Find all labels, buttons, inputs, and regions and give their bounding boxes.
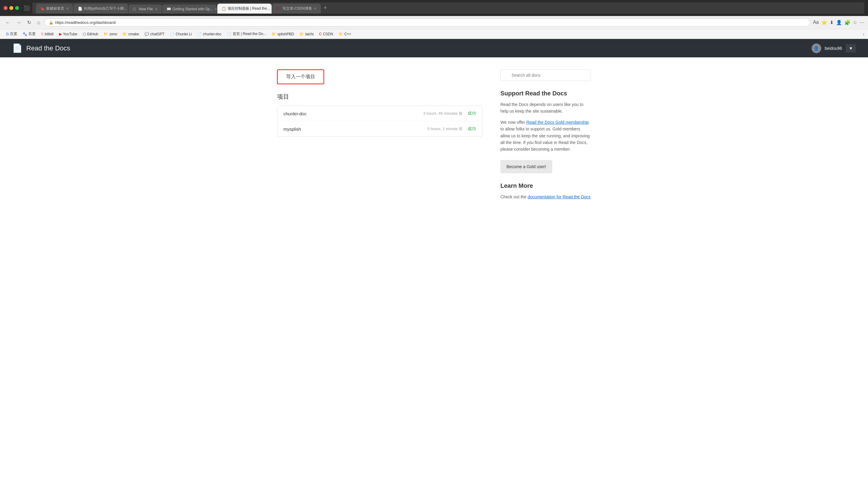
bookmark-taichi[interactable]: 📁 taichi <box>297 31 316 37</box>
search-input[interactable] <box>500 69 591 81</box>
bookmark-rtd[interactable]: 📄 首页 | Read the Do... <box>224 30 269 37</box>
bookmark-label: Chunlei Li <box>176 32 192 36</box>
bookmark-label: 百度 <box>10 31 17 36</box>
rtd-icon: 📄 <box>227 32 231 36</box>
download-icon[interactable]: ⬇ <box>830 20 834 25</box>
tab-rtd-dashboard[interactable]: 📋 项目控制面板 | Read the... ✕ <box>217 4 272 13</box>
star-icon[interactable]: ☆ <box>853 20 857 25</box>
tab-new[interactable]: 🔖 新建标签页 ✕ <box>36 4 73 13</box>
zeno-icon: 📁 <box>103 32 108 36</box>
docs-link[interactable]: documentation for Read the Docs <box>528 195 591 199</box>
github-icon: ⬡ <box>83 32 86 36</box>
address-bar[interactable]: 🔒 https://readthedocs.org/dashboard/ <box>44 19 811 27</box>
learn-more-prefix: Check out the <box>500 195 528 199</box>
bookmark-baidu[interactable]: 🐾 百度 <box>20 30 38 37</box>
reload-button[interactable]: ↻ <box>25 19 33 26</box>
chunleidoc-icon: 📄 <box>197 32 202 36</box>
bookmark-google[interactable]: G 百度 <box>4 30 20 37</box>
tab-newfile[interactable]: ⬡ New File ✕ <box>129 4 162 13</box>
project-status: 成功 <box>467 111 476 116</box>
rtd-logo-text: Read the Docs <box>26 44 70 52</box>
tab-favicon: ⬡ <box>133 7 137 11</box>
bookmark-label: YouTube <box>63 32 77 36</box>
tab-python[interactable]: 📄 利用python自己写个小脚... ✕ <box>74 4 128 13</box>
bookmark-label: CSDN <box>323 32 333 36</box>
bookmark-label: zeno <box>109 32 117 36</box>
account-icon[interactable]: 👤 <box>836 20 842 25</box>
youtube-icon: ▶ <box>59 32 62 36</box>
rtd-logo-icon: 📄 <box>12 43 23 53</box>
username-label: beidou96 <box>823 46 845 51</box>
bookmark-csdn[interactable]: C CSDN <box>317 31 336 37</box>
new-tab-button[interactable]: + <box>321 2 330 13</box>
chatgpt-icon: 💬 <box>145 32 149 36</box>
project-status: 成功 <box>467 126 476 131</box>
search-wrapper: 🔍 <box>500 69 591 81</box>
support-para2-suffix: to allow folks to support us. Gold membe… <box>500 126 590 152</box>
bookmark-bilibili[interactable]: B bilibili <box>39 31 56 37</box>
tab-favicon: 🔖 <box>40 7 44 11</box>
tab-csdn[interactable]: C 写文章-CSDN博客 ✕ <box>272 4 321 13</box>
learn-more-title: Learn More <box>500 182 591 189</box>
taichi-icon: 📁 <box>300 32 304 36</box>
tabs-bar: 🔖 新建标签页 ✕ 📄 利用python自己写个小脚... ✕ ⬡ New Fi… <box>32 2 864 13</box>
browser-chrome: ⬛ 🔖 新建标签页 ✕ 📄 利用python自己写个小脚... ✕ ⬡ New … <box>0 0 868 39</box>
project-time: 3 hours, 46 minutes 前 <box>423 111 463 116</box>
project-time: 5 hours, 1 minute 前 <box>427 126 463 131</box>
tab-label: Getting Started with Sp... <box>173 7 213 11</box>
bookmark-label: GitHub <box>87 32 98 36</box>
tab-close-icon[interactable]: ✕ <box>66 7 69 10</box>
support-title: Support Read the Docs <box>500 90 591 97</box>
bookmark-label: bilibili <box>45 32 54 36</box>
import-button-wrapper: 导入一个项目 <box>277 69 482 84</box>
bookmark-splishpbd[interactable]: 📁 splishPBD <box>269 31 297 37</box>
csdn-icon: C <box>319 32 322 36</box>
bookmarks-more-icon[interactable]: › <box>863 32 864 36</box>
import-project-button[interactable]: 导入一个项目 <box>277 69 324 84</box>
bookmark-label: C++ <box>344 32 351 36</box>
user-dropdown-button[interactable]: ▼ <box>846 44 856 53</box>
tab-favicon: 📄 <box>78 7 82 11</box>
project-name: chunlei-doc <box>283 111 423 116</box>
avatar-icon: 👤 <box>814 46 819 51</box>
home-button[interactable]: ⌂ <box>35 19 42 26</box>
bookmark-youtube[interactable]: ▶ YouTube <box>57 31 80 37</box>
sidebar-toggle-icon[interactable]: ⬛ <box>24 5 30 11</box>
lock-icon: 🔒 <box>49 21 54 25</box>
tab-sphinx[interactable]: 📖 Getting Started with Sp... ✕ <box>162 4 217 13</box>
splishpbd-icon: 📁 <box>272 32 276 36</box>
baidu-icon: 🐾 <box>23 32 27 36</box>
menu-icon[interactable]: ⋯ <box>860 20 864 25</box>
maximize-button[interactable] <box>15 6 19 10</box>
reader-mode-icon[interactable]: Aa <box>813 20 819 25</box>
bookmark-zeno[interactable]: 📁 zeno <box>101 31 120 37</box>
bookmark-cmake[interactable]: 📁 cmake <box>120 31 141 37</box>
url-text: https://readthedocs.org/dashboard/ <box>55 20 116 25</box>
project-row[interactable]: mysplish 5 hours, 1 minute 前 成功 <box>277 121 482 137</box>
back-button[interactable]: ← <box>4 19 12 26</box>
bookmark-label: chatGPT <box>150 32 164 36</box>
rtd-header: 📄 Read the Docs 👤 beidou96 ▼ <box>0 39 868 57</box>
tab-close-icon[interactable]: ✕ <box>155 7 158 11</box>
minimize-button[interactable] <box>9 6 13 10</box>
tab-favicon: 📋 <box>221 7 226 11</box>
bookmark-github[interactable]: ⬡ GitHub <box>80 31 100 37</box>
bookmark-icon[interactable]: ⭐ <box>821 20 827 25</box>
gold-membership-link[interactable]: Read the Docs Gold membership <box>526 120 589 125</box>
right-column: 🔍 Support Read the Docs Read the Docs de… <box>500 69 591 200</box>
bookmark-cpp[interactable]: 📁 C++ <box>336 31 354 37</box>
tab-label: 项目控制面板 | Read the... <box>227 6 270 11</box>
tab-close-icon[interactable]: ✕ <box>314 7 317 10</box>
support-para1: Read the Docs depends on users like you … <box>500 101 591 115</box>
close-button[interactable] <box>4 6 7 10</box>
bookmark-label: splishPBD <box>277 32 294 36</box>
extension-icon[interactable]: 🧩 <box>844 20 850 25</box>
bookmark-chunleidoc[interactable]: 📄 chunlei-doc <box>195 31 224 37</box>
tab-close-icon[interactable]: ✕ <box>215 7 217 11</box>
bookmark-chatgpt[interactable]: 💬 chatGPT <box>142 31 167 37</box>
support-para2-prefix: We now offer <box>500 120 526 125</box>
bookmark-chunleili[interactable]: 📄 Chunlei Li <box>167 31 194 37</box>
project-row[interactable]: chunlei-doc 3 hours, 46 minutes 前 成功 <box>277 106 482 121</box>
become-gold-user-button[interactable]: Become a Gold user! <box>500 160 552 173</box>
forward-button[interactable]: → <box>14 19 23 26</box>
